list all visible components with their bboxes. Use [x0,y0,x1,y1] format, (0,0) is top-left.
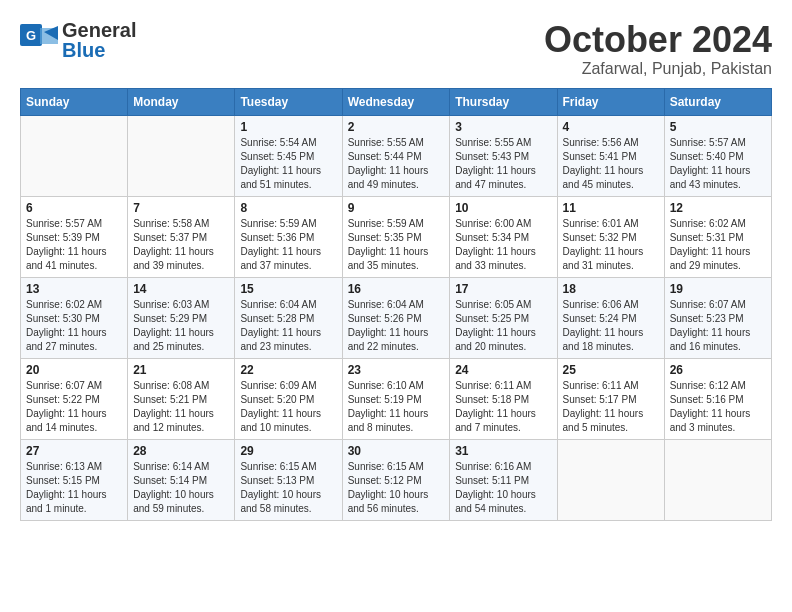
day-number: 20 [26,363,122,377]
calendar-cell: 20Sunrise: 6:07 AM Sunset: 5:22 PM Dayli… [21,358,128,439]
day-detail: Sunrise: 5:59 AM Sunset: 5:35 PM Dayligh… [348,217,445,273]
day-number: 28 [133,444,229,458]
day-number: 19 [670,282,766,296]
calendar-cell: 26Sunrise: 6:12 AM Sunset: 5:16 PM Dayli… [664,358,771,439]
location-title: Zafarwal, Punjab, Pakistan [544,60,772,78]
day-number: 12 [670,201,766,215]
logo-general: General [62,20,136,40]
calendar-cell: 31Sunrise: 6:16 AM Sunset: 5:11 PM Dayli… [450,439,557,520]
day-detail: Sunrise: 6:05 AM Sunset: 5:25 PM Dayligh… [455,298,551,354]
day-number: 17 [455,282,551,296]
calendar-cell: 4Sunrise: 5:56 AM Sunset: 5:41 PM Daylig… [557,115,664,196]
day-number: 13 [26,282,122,296]
calendar-cell: 3Sunrise: 5:55 AM Sunset: 5:43 PM Daylig… [450,115,557,196]
day-detail: Sunrise: 6:09 AM Sunset: 5:20 PM Dayligh… [240,379,336,435]
calendar-cell: 11Sunrise: 6:01 AM Sunset: 5:32 PM Dayli… [557,196,664,277]
calendar-cell: 15Sunrise: 6:04 AM Sunset: 5:28 PM Dayli… [235,277,342,358]
day-detail: Sunrise: 5:58 AM Sunset: 5:37 PM Dayligh… [133,217,229,273]
day-number: 4 [563,120,659,134]
calendar-cell [664,439,771,520]
calendar-cell: 30Sunrise: 6:15 AM Sunset: 5:12 PM Dayli… [342,439,450,520]
day-detail: Sunrise: 6:07 AM Sunset: 5:22 PM Dayligh… [26,379,122,435]
calendar-week-2: 6Sunrise: 5:57 AM Sunset: 5:39 PM Daylig… [21,196,772,277]
day-detail: Sunrise: 6:11 AM Sunset: 5:17 PM Dayligh… [563,379,659,435]
calendar-cell: 23Sunrise: 6:10 AM Sunset: 5:19 PM Dayli… [342,358,450,439]
day-header-wednesday: Wednesday [342,88,450,115]
calendar-cell: 21Sunrise: 6:08 AM Sunset: 5:21 PM Dayli… [128,358,235,439]
calendar-cell: 29Sunrise: 6:15 AM Sunset: 5:13 PM Dayli… [235,439,342,520]
day-detail: Sunrise: 6:10 AM Sunset: 5:19 PM Dayligh… [348,379,445,435]
day-number: 9 [348,201,445,215]
day-number: 1 [240,120,336,134]
calendar-cell: 24Sunrise: 6:11 AM Sunset: 5:18 PM Dayli… [450,358,557,439]
day-number: 31 [455,444,551,458]
day-detail: Sunrise: 6:14 AM Sunset: 5:14 PM Dayligh… [133,460,229,516]
page-header: G General Blue October 2024 Zafarwal, Pu… [20,20,772,78]
day-detail: Sunrise: 6:13 AM Sunset: 5:15 PM Dayligh… [26,460,122,516]
calendar-cell: 5Sunrise: 5:57 AM Sunset: 5:40 PM Daylig… [664,115,771,196]
day-number: 22 [240,363,336,377]
day-number: 14 [133,282,229,296]
day-detail: Sunrise: 6:00 AM Sunset: 5:34 PM Dayligh… [455,217,551,273]
day-number: 7 [133,201,229,215]
day-number: 3 [455,120,551,134]
calendar-cell: 12Sunrise: 6:02 AM Sunset: 5:31 PM Dayli… [664,196,771,277]
day-number: 24 [455,363,551,377]
calendar-cell: 17Sunrise: 6:05 AM Sunset: 5:25 PM Dayli… [450,277,557,358]
day-number: 21 [133,363,229,377]
day-header-sunday: Sunday [21,88,128,115]
day-number: 18 [563,282,659,296]
calendar-header-row: SundayMondayTuesdayWednesdayThursdayFrid… [21,88,772,115]
calendar-week-1: 1Sunrise: 5:54 AM Sunset: 5:45 PM Daylig… [21,115,772,196]
day-number: 26 [670,363,766,377]
calendar-cell: 8Sunrise: 5:59 AM Sunset: 5:36 PM Daylig… [235,196,342,277]
day-number: 23 [348,363,445,377]
calendar-cell: 10Sunrise: 6:00 AM Sunset: 5:34 PM Dayli… [450,196,557,277]
day-header-tuesday: Tuesday [235,88,342,115]
day-number: 6 [26,201,122,215]
day-detail: Sunrise: 6:06 AM Sunset: 5:24 PM Dayligh… [563,298,659,354]
day-number: 25 [563,363,659,377]
calendar-cell [557,439,664,520]
calendar-cell: 25Sunrise: 6:11 AM Sunset: 5:17 PM Dayli… [557,358,664,439]
day-detail: Sunrise: 5:57 AM Sunset: 5:40 PM Dayligh… [670,136,766,192]
day-detail: Sunrise: 6:03 AM Sunset: 5:29 PM Dayligh… [133,298,229,354]
calendar-cell: 13Sunrise: 6:02 AM Sunset: 5:30 PM Dayli… [21,277,128,358]
day-detail: Sunrise: 5:55 AM Sunset: 5:43 PM Dayligh… [455,136,551,192]
day-detail: Sunrise: 6:04 AM Sunset: 5:28 PM Dayligh… [240,298,336,354]
day-detail: Sunrise: 6:15 AM Sunset: 5:13 PM Dayligh… [240,460,336,516]
day-number: 11 [563,201,659,215]
day-header-monday: Monday [128,88,235,115]
day-number: 5 [670,120,766,134]
day-number: 10 [455,201,551,215]
day-header-saturday: Saturday [664,88,771,115]
day-detail: Sunrise: 6:12 AM Sunset: 5:16 PM Dayligh… [670,379,766,435]
day-detail: Sunrise: 6:01 AM Sunset: 5:32 PM Dayligh… [563,217,659,273]
calendar-cell: 19Sunrise: 6:07 AM Sunset: 5:23 PM Dayli… [664,277,771,358]
calendar-cell: 22Sunrise: 6:09 AM Sunset: 5:20 PM Dayli… [235,358,342,439]
day-detail: Sunrise: 5:54 AM Sunset: 5:45 PM Dayligh… [240,136,336,192]
calendar-week-3: 13Sunrise: 6:02 AM Sunset: 5:30 PM Dayli… [21,277,772,358]
svg-text:G: G [26,28,36,43]
day-number: 29 [240,444,336,458]
calendar-cell: 7Sunrise: 5:58 AM Sunset: 5:37 PM Daylig… [128,196,235,277]
logo-icon: G [20,24,58,56]
day-number: 8 [240,201,336,215]
calendar-cell: 14Sunrise: 6:03 AM Sunset: 5:29 PM Dayli… [128,277,235,358]
day-detail: Sunrise: 6:02 AM Sunset: 5:30 PM Dayligh… [26,298,122,354]
logo-blue: Blue [62,40,136,60]
day-detail: Sunrise: 5:55 AM Sunset: 5:44 PM Dayligh… [348,136,445,192]
calendar-cell: 2Sunrise: 5:55 AM Sunset: 5:44 PM Daylig… [342,115,450,196]
calendar-cell: 28Sunrise: 6:14 AM Sunset: 5:14 PM Dayli… [128,439,235,520]
title-block: October 2024 Zafarwal, Punjab, Pakistan [544,20,772,78]
calendar-cell: 18Sunrise: 6:06 AM Sunset: 5:24 PM Dayli… [557,277,664,358]
calendar-cell: 6Sunrise: 5:57 AM Sunset: 5:39 PM Daylig… [21,196,128,277]
day-detail: Sunrise: 5:56 AM Sunset: 5:41 PM Dayligh… [563,136,659,192]
day-detail: Sunrise: 6:16 AM Sunset: 5:11 PM Dayligh… [455,460,551,516]
day-number: 15 [240,282,336,296]
calendar-week-4: 20Sunrise: 6:07 AM Sunset: 5:22 PM Dayli… [21,358,772,439]
calendar-table: SundayMondayTuesdayWednesdayThursdayFrid… [20,88,772,521]
day-number: 2 [348,120,445,134]
calendar-cell [21,115,128,196]
day-number: 16 [348,282,445,296]
